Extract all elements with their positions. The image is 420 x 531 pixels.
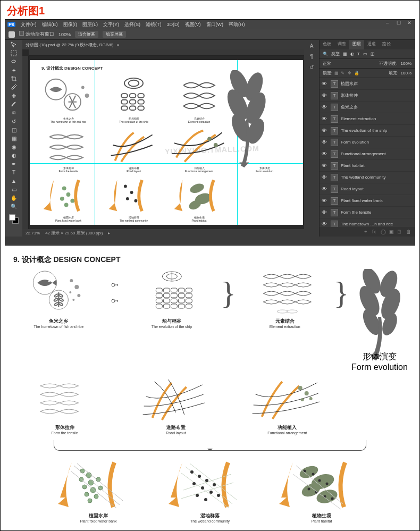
visibility-eye-icon[interactable]: 👁 [322, 139, 328, 145]
layer-name[interactable]: Functional arrangement [341, 151, 413, 156]
visibility-eye-icon[interactable]: 👁 [322, 81, 328, 87]
layer-name[interactable]: Element extraction [341, 116, 413, 121]
visibility-eye-icon[interactable]: 👁 [322, 221, 328, 227]
canvas-viewport[interactable]: 9. 设计概念 DESIGN CONCEPT [30, 56, 303, 229]
marquee-tool-icon[interactable] [10, 49, 18, 57]
win-max-icon[interactable]: ☐ [397, 21, 402, 25]
fill-value[interactable]: 100% [401, 71, 411, 75]
layer-row[interactable]: 👁T植固水岸 [320, 78, 415, 90]
hand-tool-icon[interactable] [9, 31, 15, 38]
heal-tool-icon[interactable]: ✚ [10, 92, 18, 99]
paragraph-panel-icon[interactable]: ¶ [308, 53, 315, 60]
type-tool-icon[interactable]: T [10, 168, 18, 176]
layer-name[interactable]: Plant fixed water bank [341, 198, 413, 203]
layer-name[interactable]: Plant habitat [341, 163, 413, 168]
layer-name[interactable]: Road layout [341, 187, 413, 191]
ruler-vertical[interactable] [22, 56, 29, 229]
crop-tool-icon[interactable] [10, 75, 18, 82]
tab-swatches[interactable]: 色板 [320, 40, 334, 49]
text-panel-icon[interactable]: A [308, 42, 315, 49]
opacity-value[interactable]: 100% [401, 61, 411, 66]
layer-row[interactable]: 👁T鱼米之乡 [320, 102, 415, 113]
zoom-readout[interactable]: 22.73% [26, 231, 40, 235]
lock-all-icon[interactable]: 🔒 [354, 71, 359, 76]
history-panel-icon[interactable]: ↺ [308, 63, 315, 71]
filter-kind-icon[interactable]: 🔍 [323, 52, 328, 56]
path-select-icon[interactable]: ▲ [10, 177, 18, 184]
blur-tool-icon[interactable]: ◉ [10, 143, 18, 150]
visibility-eye-icon[interactable]: 👁 [322, 174, 328, 180]
hand-tool-icon[interactable]: ✋ [10, 194, 18, 201]
layer-row[interactable]: 👁TPlant fixed water bank [320, 195, 415, 207]
wand-tool-icon[interactable]: ✦ [10, 66, 18, 74]
layer-row[interactable]: 👁TForm the tensile [320, 207, 415, 218]
layer-name[interactable]: The evolution of the ship [341, 128, 413, 133]
visibility-eye-icon[interactable]: 👁 [322, 128, 328, 133]
brush-tool-icon[interactable] [10, 100, 18, 108]
lock-trans-icon[interactable]: ▦ [334, 71, 340, 76]
visibility-eye-icon[interactable]: 👁 [322, 209, 328, 215]
menu-3d[interactable]: 3D(D) [167, 22, 180, 27]
ruler-horizontal[interactable] [29, 49, 304, 56]
visibility-eye-icon[interactable]: 👁 [322, 92, 328, 98]
shape-tool-icon[interactable]: ▭ [10, 186, 18, 193]
delete-layer-icon[interactable]: 🗑 [406, 229, 411, 234]
visibility-eye-icon[interactable]: 👁 [322, 186, 328, 192]
layer-mask-icon[interactable]: ◯ [381, 229, 386, 234]
zoom-tool-icon[interactable]: 🔍 [10, 203, 18, 210]
win-close-icon[interactable]: ✕ [407, 21, 413, 25]
layer-row[interactable]: 👁TRoad layout [320, 183, 415, 195]
layer-row[interactable]: 👁TFunctional arrangement [320, 148, 415, 160]
artboard[interactable]: 9. 设计概念 DESIGN CONCEPT [30, 60, 303, 225]
layer-row[interactable]: 👁TForm evolution [320, 137, 415, 148]
layer-fx-icon[interactable]: fx [372, 229, 377, 234]
tab-adjust[interactable]: 调整 [334, 40, 349, 49]
menu-select[interactable]: 选择(S) [124, 21, 140, 28]
layer-name[interactable]: Form evolution [341, 140, 413, 145]
filter-adjust-icon[interactable]: ◐ [350, 52, 354, 56]
visibility-eye-icon[interactable]: 👁 [322, 163, 328, 168]
fill-screen-button[interactable]: 填充屏幕 [103, 31, 126, 38]
tab-layers[interactable]: 图层 [349, 40, 364, 49]
visibility-eye-icon[interactable]: 👁 [322, 116, 328, 122]
menu-window[interactable]: 窗口(W) [206, 21, 224, 28]
layer-name[interactable]: 鱼米之乡 [341, 104, 413, 110]
layer-row[interactable]: 👁TThe hometown …h and rice [320, 218, 415, 227]
layer-name[interactable]: The hometown …h and rice [341, 222, 413, 226]
stamp-tool-icon[interactable]: ⧇ [10, 109, 18, 116]
blend-mode-select[interactable]: 正常 [323, 61, 331, 66]
layer-row[interactable]: 👁TPlant habitat [320, 160, 415, 172]
status-chevron-icon[interactable]: ▸ [108, 231, 110, 235]
menu-help[interactable]: 帮助(H) [229, 21, 245, 28]
menu-file[interactable]: 文件(F) [21, 21, 37, 28]
move-tool-icon[interactable] [10, 41, 18, 48]
history-brush-icon[interactable]: ↺ [10, 117, 18, 125]
menu-view[interactable]: 视图(V) [185, 21, 201, 28]
tab-paths[interactable]: 路径 [379, 40, 394, 49]
filter-shape-icon[interactable]: ▭ [363, 52, 367, 56]
visibility-eye-icon[interactable]: 👁 [322, 104, 328, 110]
layer-row[interactable]: 👁TThe wetland community [320, 172, 415, 183]
filter-pixel-icon[interactable]: ▦ [343, 52, 347, 56]
layer-name[interactable]: 形体拉伸 [341, 92, 413, 98]
filter-type-icon[interactable]: T [357, 52, 360, 56]
layer-name[interactable]: 植固水岸 [341, 81, 413, 87]
visibility-eye-icon[interactable]: 👁 [322, 198, 328, 204]
menu-filter[interactable]: 滤镜(T) [146, 21, 162, 28]
scroll-all-checkbox[interactable]: 滚动所有窗口 [19, 31, 54, 38]
lock-paint-icon[interactable]: ✎ [341, 71, 346, 76]
layer-name[interactable]: Form the tensile [341, 210, 413, 215]
eyedropper-tool-icon[interactable] [10, 83, 18, 91]
dodge-tool-icon[interactable]: ◐ [10, 151, 18, 159]
new-group-icon[interactable]: ▣ [389, 229, 394, 234]
color-swatch[interactable] [9, 214, 19, 224]
document-tab[interactable]: 分析图 (18).psd @ 22.7% (9.设计概念, RGB/8)× [22, 40, 304, 49]
new-layer-icon[interactable]: ⍰ [398, 229, 403, 234]
fit-screen-button[interactable]: 适合屏幕 [75, 31, 98, 38]
layers-list[interactable]: 👁T植固水岸👁T形体拉伸👁T鱼米之乡👁TElement extraction👁T… [320, 78, 415, 227]
menu-type[interactable]: 文字(Y) [103, 21, 119, 28]
lock-pos-icon[interactable]: ✥ [348, 71, 353, 76]
win-min-icon[interactable]: – [386, 21, 391, 25]
lasso-tool-icon[interactable] [10, 58, 18, 65]
layer-row[interactable]: 👁T形体拉伸 [320, 90, 415, 102]
